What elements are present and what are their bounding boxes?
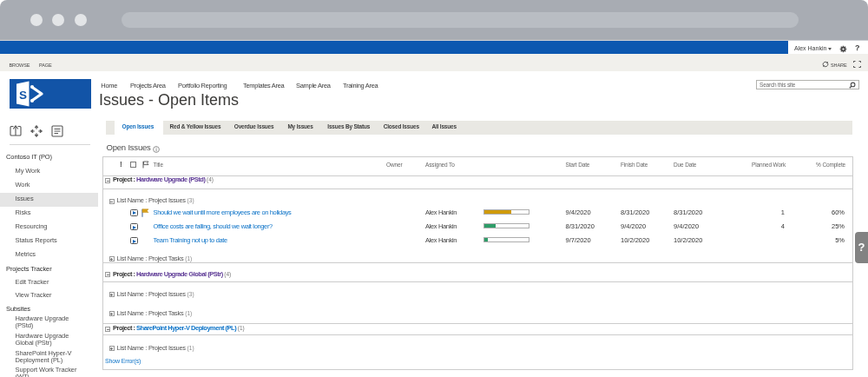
svg-text:S: S	[19, 89, 27, 102]
